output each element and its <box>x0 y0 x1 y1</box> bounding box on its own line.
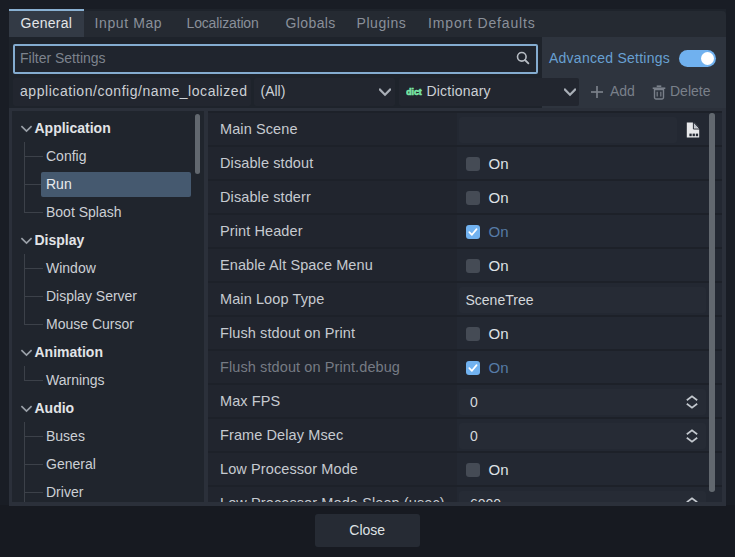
svg-text:dict: dict <box>406 87 422 97</box>
